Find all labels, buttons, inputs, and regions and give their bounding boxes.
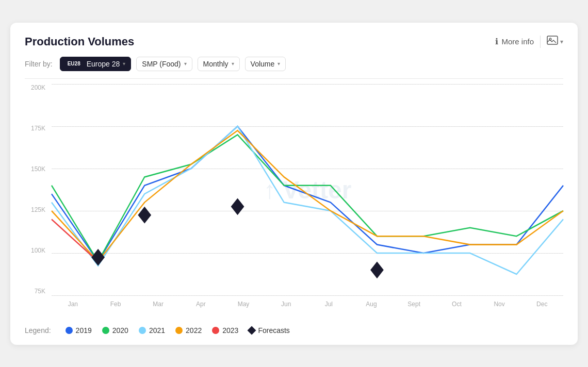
- line-2021: [52, 126, 563, 274]
- y-label-100k: 100K: [25, 247, 50, 254]
- y-label-75k: 75K: [25, 288, 50, 295]
- header-actions: ℹ More info ▾: [495, 36, 563, 48]
- image-icon: [547, 36, 558, 47]
- grid-line-75k: [52, 295, 563, 296]
- image-export-button[interactable]: ▾: [547, 36, 563, 47]
- legend-dot-2021: [139, 327, 146, 334]
- x-label-nov: Nov: [478, 301, 521, 316]
- chevron-measure: ▾: [277, 61, 280, 66]
- eu-badge: EU28: [66, 60, 83, 67]
- more-info-button[interactable]: ℹ More info: [495, 37, 534, 46]
- line-2020: [52, 135, 563, 261]
- legend-dot-2023: [212, 327, 219, 334]
- chevron-down-icon: ▾: [560, 38, 563, 45]
- y-axis: 200K 175K 150K 125K 100K 75K: [25, 84, 50, 295]
- y-label-125k: 125K: [25, 206, 50, 213]
- legend-item-2021: 2021: [139, 326, 165, 335]
- main-card: Production Volumes ℹ More info ▾ Filte: [10, 23, 578, 345]
- x-label-dec: Dec: [520, 301, 563, 316]
- x-label-jun: Jun: [265, 301, 307, 316]
- y-label-175k: 175K: [25, 125, 50, 132]
- filter-period[interactable]: Monthly ▾: [198, 57, 240, 71]
- filter-product-label: SMP (Food): [142, 60, 181, 68]
- x-axis: Jan Feb Mar Apr May Jun Jul Aug Sept Oct…: [52, 301, 563, 316]
- y-label-150k: 150K: [25, 165, 50, 173]
- svg-rect-0: [547, 36, 558, 44]
- legend-label-2023: 2023: [222, 326, 238, 335]
- header-divider: [540, 36, 541, 48]
- x-label-sept: Sept: [393, 301, 435, 316]
- legend-item-forecasts: Forecasts: [249, 326, 289, 335]
- legend-item-2023: 2023: [212, 326, 238, 335]
- legend-label-2019: 2019: [76, 326, 92, 335]
- forecast-may: [231, 198, 244, 215]
- x-label-jan: Jan: [52, 301, 94, 316]
- filter-bar: Filter by: EU28 Europe 28 ▾ SMP (Food) ▾…: [25, 57, 563, 79]
- x-label-feb: Feb: [94, 301, 137, 316]
- x-label-aug: Aug: [350, 301, 393, 316]
- legend-item-2022: 2022: [175, 326, 202, 335]
- filter-period-label: Monthly: [203, 60, 228, 68]
- x-label-oct: Oct: [435, 301, 478, 316]
- legend-diamond-forecasts: [248, 326, 256, 335]
- page-title: Production Volumes: [25, 35, 134, 48]
- x-label-jul: Jul: [307, 301, 350, 316]
- forecast-feb: [91, 248, 105, 265]
- legend-label-2020: 2020: [112, 326, 128, 335]
- x-label-may: May: [222, 301, 265, 316]
- legend-label-2021: 2021: [149, 326, 165, 335]
- more-info-label: More info: [501, 37, 534, 46]
- filter-product[interactable]: SMP (Food) ▾: [136, 57, 192, 71]
- legend-label: Legend:: [25, 326, 51, 335]
- legend: Legend: 2019 2020 2021 2022 2023 Forecas…: [25, 322, 563, 335]
- filter-region[interactable]: EU28 Europe 28 ▾: [60, 57, 132, 71]
- legend-item-2019: 2019: [66, 326, 92, 335]
- line-2022: [52, 130, 563, 261]
- header: Production Volumes ℹ More info ▾: [25, 35, 563, 48]
- filter-label: Filter by:: [25, 60, 53, 68]
- chevron-region: ▾: [123, 61, 125, 66]
- y-label-200k: 200K: [25, 84, 50, 91]
- chevron-period: ▾: [232, 61, 234, 66]
- legend-dot-2019: [66, 327, 73, 334]
- info-icon: ℹ: [495, 37, 498, 46]
- filter-measure-label: Volume: [251, 60, 275, 68]
- legend-label-forecasts: Forecasts: [258, 326, 289, 335]
- legend-label-2022: 2022: [186, 326, 202, 335]
- legend-dot-2020: [102, 327, 109, 334]
- legend-dot-2022: [175, 327, 183, 334]
- filter-measure[interactable]: Volume ▾: [245, 57, 286, 71]
- x-label-mar: Mar: [137, 301, 179, 316]
- x-label-apr: Apr: [179, 301, 222, 316]
- forecast-aug: [370, 261, 384, 278]
- chart-svg: [52, 84, 563, 295]
- legend-item-2020: 2020: [102, 326, 128, 335]
- chart-area: 200K 175K 150K 125K 100K 75K ↑ Vetter: [25, 84, 563, 316]
- chart-plot: ↑ Vetter: [52, 84, 563, 295]
- line-2023: [52, 219, 98, 261]
- chevron-product: ▾: [184, 61, 187, 66]
- filter-region-label: Europe 28: [87, 60, 120, 68]
